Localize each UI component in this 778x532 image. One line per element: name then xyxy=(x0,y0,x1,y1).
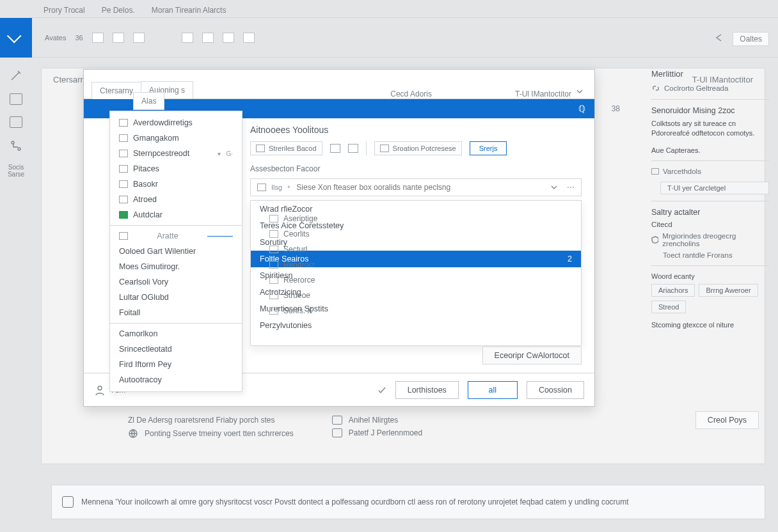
clipboard-icon xyxy=(62,496,74,508)
background-row: Sonfs. X xyxy=(269,306,340,315)
background-row: Reerorce xyxy=(269,276,340,285)
inspector-status: Citecd xyxy=(651,221,769,228)
dialog-tab-strip: Ctersarny Auioning s Alas Cecd Adoris T-… xyxy=(84,70,594,99)
ribbon-icon[interactable] xyxy=(113,33,124,43)
box-icon xyxy=(119,180,128,188)
cancel-button[interactable]: Coossion xyxy=(527,381,584,399)
dropdown-item[interactable]: Perzylvutonies xyxy=(251,317,581,334)
help-icon[interactable]: ℚ xyxy=(578,104,585,114)
box-icon xyxy=(256,145,265,152)
footer-button[interactable]: Lorthistoes xyxy=(395,381,459,399)
menu-item[interactable]: Pitaces xyxy=(110,161,242,176)
inspector-chip[interactable]: Streod xyxy=(651,301,686,313)
menu-item[interactable]: Gmangakom xyxy=(110,130,242,146)
ribbon-icon[interactable] xyxy=(133,33,145,43)
ribbon-right-button[interactable]: Oaltes xyxy=(733,32,769,46)
menu-item[interactable]: Atroed xyxy=(110,192,242,207)
dialog-subtab[interactable]: Alas xyxy=(133,92,164,110)
tree-icon[interactable] xyxy=(10,139,22,152)
inspector-panel: Merlittior Coclrorto Geltreada Senoruido… xyxy=(651,69,769,504)
inspector-button[interactable]: T·Ul yer Carcletgel xyxy=(660,182,769,194)
person-icon xyxy=(94,384,106,396)
inspector-label: Varcethdols xyxy=(663,168,701,175)
box-icon xyxy=(119,119,128,127)
option-chip[interactable]: Streriles Bacod xyxy=(250,141,322,155)
menu-item[interactable]: Cearlsoli Vory xyxy=(110,274,242,290)
inspector-heading: Saltry actalter xyxy=(651,208,769,217)
background-row: Secturl xyxy=(269,245,340,254)
option-chip[interactable]: Sroation Potcresese xyxy=(374,141,462,155)
background-row: Rendrocr xyxy=(269,260,340,269)
inspector-text: Colktsots ary sit tureace cn Pdororeafcé… xyxy=(651,119,769,139)
menu-item[interactable]: Ooloed Gart Wilentier xyxy=(110,244,242,259)
hint-text: Anihel Nlirgtes xyxy=(349,416,398,425)
menu-item[interactable]: Sternpcestreodt▾ G· xyxy=(110,146,242,161)
inspector-text: Woord ecanty xyxy=(651,272,769,280)
menu-item[interactable]: Basokr xyxy=(110,176,242,192)
menu-item[interactable]: Averdowdirretigs xyxy=(110,115,242,130)
ribbon-icon[interactable] xyxy=(223,33,234,43)
menu-item[interactable]: Camorlkon xyxy=(110,326,242,341)
inspector-title: Merlittior xyxy=(651,69,769,79)
options-dialog: Ctersarny Auioning s Alas Cecd Adoris T-… xyxy=(83,69,595,407)
inspector-link[interactable]: Coclrorto Geltreada xyxy=(651,84,769,93)
shield-icon xyxy=(651,236,658,244)
dialog-count-badge: 38 xyxy=(612,104,620,113)
box-icon xyxy=(380,145,389,152)
file-menu-button[interactable] xyxy=(0,18,32,58)
dialog-heading: Aitnooees Yoolitous xyxy=(250,125,582,135)
link-icon xyxy=(651,84,660,93)
category-menu: Averdowdirretigs Gmangakom Sternpcestreo… xyxy=(109,111,242,392)
box-icon[interactable] xyxy=(348,144,358,153)
wand-icon[interactable] xyxy=(10,69,22,82)
panel-icon[interactable] xyxy=(10,93,22,105)
box-icon xyxy=(119,134,128,142)
menu-section-label: Aratte xyxy=(157,231,178,240)
box-icon xyxy=(332,416,342,425)
inspector-chip[interactable]: Ariachors xyxy=(651,284,695,297)
folder-icon[interactable] xyxy=(10,116,22,128)
menu-item[interactable]: Srincectleotatd xyxy=(110,341,242,357)
menu-item[interactable]: Foitall xyxy=(110,305,242,320)
background-row: Aseriptige xyxy=(269,214,340,223)
breadcrumb: Assesbecton Facoor xyxy=(250,164,582,173)
ok-button[interactable]: all xyxy=(468,381,518,399)
menu-item[interactable]: Autootracoy xyxy=(110,372,242,387)
secondary-link-button[interactable]: Eceoripr CwAlortocot xyxy=(482,347,582,364)
chevron-down-icon[interactable] xyxy=(575,87,584,96)
box-icon[interactable] xyxy=(330,144,340,153)
ribbon-icon[interactable] xyxy=(243,33,255,43)
menu-item[interactable]: Fird Iftorm Pey xyxy=(110,357,242,372)
menu-item[interactable]: Lultar OGlubd xyxy=(110,290,242,305)
primary-chip[interactable]: Srerjs xyxy=(470,141,507,155)
ribbon-icon[interactable] xyxy=(92,33,104,43)
inspector-chip[interactable]: Brrng Aweroer xyxy=(699,284,758,297)
box-icon xyxy=(651,168,659,175)
search-prefix: Ilsg xyxy=(271,184,282,191)
dialog-column-header: T-Ul IMantoctitor xyxy=(515,90,571,98)
ribbon: Avates 36 xyxy=(32,18,778,58)
search-bar[interactable]: Ilsg • ⋯ xyxy=(250,178,582,196)
search-input[interactable] xyxy=(295,182,545,192)
menu-item[interactable]: Moes Gimutirogr. xyxy=(110,259,242,274)
globe-icon xyxy=(128,428,138,439)
info-bar: Mennena 'Your inoilcowrh al omre gory sh… xyxy=(51,485,765,519)
svg-point-2 xyxy=(98,386,102,390)
background-row: Ceorlits xyxy=(269,230,340,239)
info-text: Mennena 'Your inoilcowrh al omre gory sh… xyxy=(81,497,629,506)
box-icon xyxy=(119,150,128,157)
inspector-bullet: Mrgiorindes dreogecrg zrencholins xyxy=(662,232,769,247)
hint-text: Ponting Sserve tmeiny voert tten schrrer… xyxy=(145,429,294,438)
chevron-down-icon[interactable] xyxy=(550,184,558,191)
app-tab[interactable]: Moran Tirearin Alarcts xyxy=(145,3,233,17)
inspector-footnote: Stcoming gtexcce ol niture xyxy=(651,321,769,329)
left-rail: Socis Sarse xyxy=(0,58,32,532)
ribbon-icon[interactable] xyxy=(182,33,193,43)
svg-point-1 xyxy=(18,148,20,150)
ribbon-icon[interactable] xyxy=(202,33,214,43)
hint-button[interactable]: Creol Poys xyxy=(695,411,759,429)
app-tab[interactable]: Prory Trocal xyxy=(37,3,91,17)
app-tab[interactable]: Pe Delos. xyxy=(95,3,141,17)
menu-item[interactable]: Autdclar xyxy=(110,207,242,223)
back-icon[interactable] xyxy=(714,33,724,42)
